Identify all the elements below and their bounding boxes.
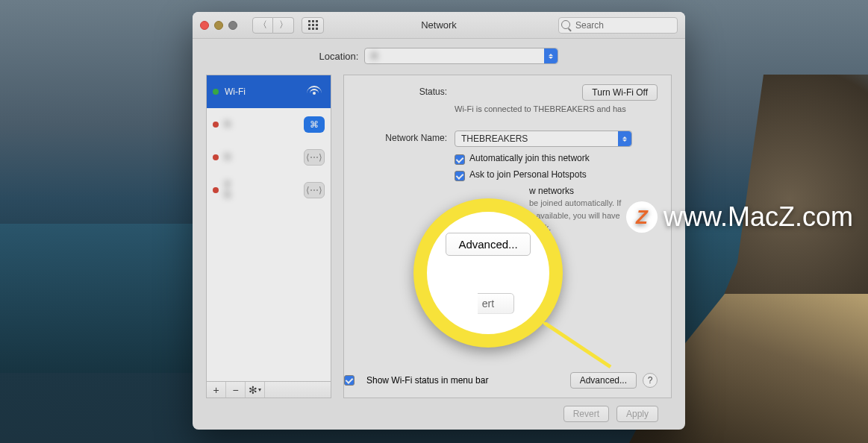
apply-button[interactable]: Apply: [616, 406, 658, 422]
nav-buttons: 〈 〉: [252, 17, 294, 34]
ethernet-icon: ⟨⋯⟩: [304, 149, 325, 166]
location-value: A: [371, 51, 377, 61]
ask-hotspot-checkbox[interactable]: [455, 171, 465, 181]
location-label: Location:: [319, 51, 359, 62]
network-name-dropdown[interactable]: THEBREAKERS: [455, 131, 632, 147]
sidebar-item-text: N: [225, 120, 298, 129]
minimize-window-button[interactable]: [214, 21, 223, 30]
back-button[interactable]: 〈: [252, 17, 273, 34]
gear-menu-button[interactable]: ✻▾: [246, 382, 265, 398]
status-dot-icon: [213, 187, 219, 193]
watermark-badge: Z: [626, 201, 658, 233]
status-row: Status: Turn Wi-Fi Off Wi-Fi is connecte…: [344, 84, 658, 114]
search-wrap: [558, 17, 678, 34]
status-desc-1: Wi-Fi is connected to THEBREAKERS and ha…: [455, 104, 658, 114]
show-all-button[interactable]: [302, 17, 324, 34]
window-title: Network: [421, 19, 457, 31]
watermark-text: www.MacZ.com: [664, 201, 853, 233]
sidebar-item-text: Wi-Fi: [225, 87, 298, 97]
sidebar-item-sub: N: [225, 153, 298, 162]
sidebar-item-sub: N: [225, 120, 298, 129]
network-name-value: THEBREAKERS: [461, 133, 528, 144]
auto-join-checkbox[interactable]: [455, 154, 465, 165]
grid-icon: [308, 20, 318, 30]
sidebar-item-thunderbolt[interactable]: T N ⟨⋯⟩: [207, 174, 331, 207]
window-controls: [200, 21, 237, 30]
chevron-updown-icon: [544, 48, 558, 63]
wifi-icon: [304, 84, 325, 100]
magnifier-callout: Advanced... ert: [413, 198, 563, 348]
network-name-row: Network Name: THEBREAKERS: [344, 131, 658, 147]
close-window-button[interactable]: [200, 21, 209, 30]
status-dot-icon: [213, 122, 219, 128]
search-input[interactable]: [558, 17, 678, 34]
advanced-button-magnified: Advanced...: [446, 233, 530, 256]
advanced-button[interactable]: Advanced...: [570, 372, 637, 389]
status-label: Status:: [344, 84, 455, 97]
watermark: Z www.MacZ.com: [626, 201, 853, 233]
sidebar-item-name: T: [225, 180, 298, 191]
network-name-label: Network Name:: [344, 131, 455, 143]
gear-icon: ✻: [249, 384, 257, 396]
status-dot-icon: [213, 89, 219, 95]
window-action-row: Revert Apply: [206, 398, 672, 422]
show-menu-label: Show Wi-Fi status in menu bar: [366, 375, 488, 386]
ask-networks-hint-2: e available, you will have: [529, 210, 620, 221]
chevron-down-icon: ▾: [258, 386, 261, 393]
sidebar-item-name: Wi-Fi: [225, 87, 298, 97]
bluetooth-icon: ⌘: [304, 116, 325, 133]
sidebar-item-bluetooth[interactable]: N ⌘: [207, 108, 331, 141]
status-dot-icon: [213, 154, 219, 160]
forward-button[interactable]: 〉: [273, 17, 294, 34]
sidebar-item-text: T N: [225, 180, 298, 200]
sidebar-item-text: N: [225, 153, 298, 162]
sidebar-footer: + − ✻▾: [207, 381, 331, 398]
location-dropdown[interactable]: A: [364, 48, 558, 64]
help-button[interactable]: ?: [643, 373, 658, 388]
ask-networks-label: w networks: [529, 186, 574, 196]
turn-wifi-off-button[interactable]: Turn Wi-Fi Off: [582, 84, 658, 101]
revert-button[interactable]: Revert: [563, 406, 609, 422]
zoom-window-button[interactable]: [228, 21, 237, 30]
location-row: Location: A: [206, 48, 672, 64]
remove-interface-button[interactable]: −: [226, 382, 246, 398]
chevron-updown-icon: [618, 131, 631, 146]
ask-hotspot-label: Ask to join Personal Hotspots: [469, 169, 587, 180]
sidebar-item-sub: N: [225, 191, 298, 200]
window-titlebar: 〈 〉 Network: [193, 12, 685, 39]
sidebar-item-wifi[interactable]: Wi-Fi: [207, 75, 331, 108]
add-interface-button[interactable]: +: [207, 382, 226, 398]
interface-list: Wi-Fi N ⌘: [207, 75, 331, 381]
status-val: Turn Wi-Fi Off Wi-Fi is connected to THE…: [455, 84, 658, 114]
auto-join-label: Automatically join this network: [469, 153, 590, 163]
ask-networks-hint-1: be joined automatically. If: [529, 198, 621, 208]
panel-bottom-row: Show Wi-Fi status in menu bar Advanced..…: [344, 372, 658, 389]
search-icon: [561, 20, 570, 29]
sidebar-item-bridge[interactable]: N ⟨⋯⟩: [207, 141, 331, 174]
interface-sidebar: Wi-Fi N ⌘: [206, 75, 331, 398]
ethernet-icon: ⟨⋯⟩: [304, 182, 325, 198]
show-menu-checkbox[interactable]: [344, 375, 355, 386]
revert-button-magnified: ert: [462, 293, 514, 314]
